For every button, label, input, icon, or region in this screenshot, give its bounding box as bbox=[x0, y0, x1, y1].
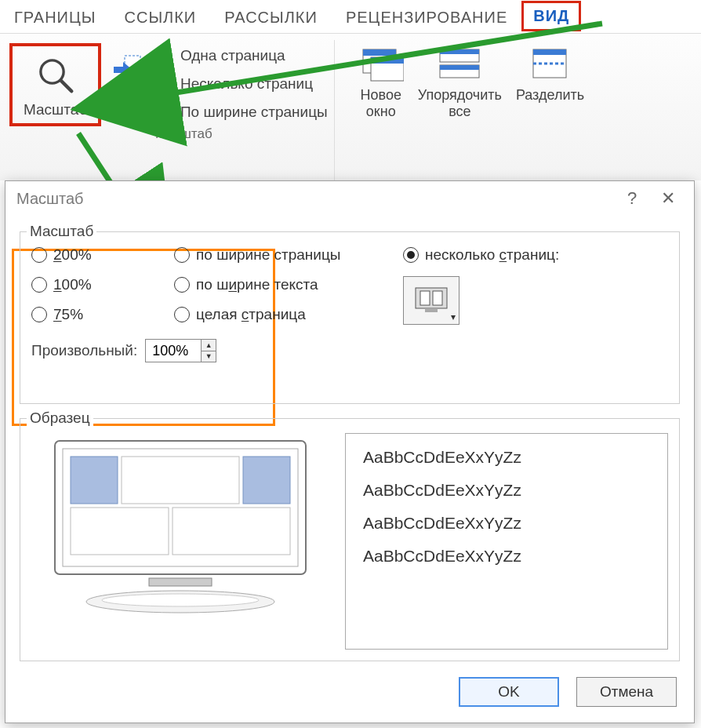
svg-rect-30 bbox=[122, 457, 239, 504]
page-width-label: По ширине страницы bbox=[180, 104, 328, 121]
dialog-titlebar: Масштаб ? ✕ bbox=[5, 181, 694, 216]
spinner-up[interactable]: ▲ bbox=[202, 340, 216, 351]
zoom-button-label: Масштаб bbox=[24, 101, 87, 118]
svg-rect-24 bbox=[420, 291, 430, 305]
svg-rect-33 bbox=[173, 508, 290, 555]
radio-whole-page[interactable]: целая страница bbox=[174, 306, 386, 323]
monitor-pages-icon bbox=[412, 285, 450, 316]
zoom-group-label: Масштаб bbox=[151, 122, 212, 142]
dialog-footer: OK Отмена bbox=[5, 666, 694, 723]
svg-rect-13 bbox=[371, 57, 404, 64]
page-width-icon bbox=[155, 103, 174, 122]
arrange-all-button[interactable]: Упорядочить все bbox=[418, 45, 502, 119]
svg-rect-17 bbox=[440, 65, 479, 70]
zoom-groupbox: Масштаб 200% 100% 75% по ширине страницы… bbox=[20, 231, 680, 404]
many-pages-picker[interactable] bbox=[403, 276, 459, 325]
tab-review[interactable]: РЕЦЕНЗИРОВАНИЕ bbox=[332, 2, 521, 33]
monitor-preview bbox=[31, 433, 329, 637]
custom-zoom-spinner[interactable]: ▲ ▼ bbox=[145, 339, 216, 362]
svg-rect-34 bbox=[149, 578, 212, 586]
svg-rect-31 bbox=[243, 457, 290, 504]
svg-rect-9 bbox=[160, 105, 169, 119]
tab-mailings[interactable]: РАССЫЛКИ bbox=[210, 2, 332, 33]
svg-rect-11 bbox=[363, 49, 396, 56]
svg-rect-25 bbox=[433, 291, 442, 305]
svg-rect-19 bbox=[533, 49, 566, 55]
ribbon-group-zoom: Масштаб 100% Одна страница Несколько стр… bbox=[0, 40, 335, 180]
custom-zoom-input[interactable] bbox=[146, 340, 201, 362]
svg-rect-8 bbox=[165, 78, 172, 90]
sample-line: AaBbCcDdEeXxYyZz bbox=[363, 514, 650, 533]
one-page-icon bbox=[155, 46, 174, 65]
arrange-all-label: Упорядочить все bbox=[418, 87, 502, 119]
one-page-label: Одна страница bbox=[180, 47, 285, 64]
svg-rect-15 bbox=[440, 49, 479, 54]
new-window-label: Новое окно bbox=[361, 87, 401, 119]
svg-rect-26 bbox=[425, 308, 438, 312]
cancel-button[interactable]: Отмена bbox=[576, 677, 677, 707]
several-pages-icon bbox=[155, 75, 174, 93]
sample-line: AaBbCcDdEeXxYyZz bbox=[363, 448, 650, 467]
sample-line: AaBbCcDdEeXxYyZz bbox=[363, 481, 650, 500]
new-window-button[interactable]: Новое окно bbox=[358, 45, 404, 119]
dialog-close-button[interactable]: ✕ bbox=[650, 183, 686, 214]
arrow-page-icon bbox=[111, 51, 143, 89]
sample-groupbox: Образец bbox=[20, 418, 680, 661]
zoom-groupbox-title: Масштаб bbox=[27, 223, 96, 240]
several-pages-button[interactable]: Несколько страниц bbox=[155, 75, 328, 93]
svg-rect-7 bbox=[158, 78, 164, 90]
spinner-down[interactable]: ▼ bbox=[202, 351, 216, 362]
split-label: Разделить bbox=[516, 87, 584, 104]
svg-rect-32 bbox=[71, 508, 169, 555]
dialog-title: Масштаб bbox=[16, 190, 84, 208]
zoom-button[interactable]: Масштаб bbox=[9, 43, 101, 126]
radio-many-pages[interactable]: несколько страниц: bbox=[403, 246, 559, 264]
radio-75[interactable]: 75% bbox=[31, 306, 157, 323]
new-window-icon bbox=[358, 45, 404, 82]
radio-200[interactable]: 200% bbox=[31, 246, 157, 264]
radio-page-width[interactable]: по ширине страницы bbox=[174, 246, 386, 264]
tab-references[interactable]: ССЫЛКИ bbox=[111, 2, 211, 33]
ribbon-group-window: Новое окно Упорядочить все Разделить bbox=[335, 40, 590, 180]
zoom-100-label: 100% bbox=[107, 95, 146, 112]
tab-page-layout[interactable]: ГРАНИЦЫ bbox=[0, 2, 111, 33]
ribbon-content: Масштаб 100% Одна страница Несколько стр… bbox=[0, 33, 701, 180]
arrange-all-icon bbox=[437, 45, 482, 82]
one-page-button[interactable]: Одна страница bbox=[155, 46, 328, 65]
tab-view[interactable]: ВИД bbox=[521, 1, 581, 31]
radio-text-width[interactable]: по ширине текста bbox=[174, 276, 386, 293]
zoom-100-button[interactable]: 100% bbox=[104, 43, 151, 112]
custom-zoom-label: Произвольный: bbox=[31, 342, 137, 359]
sample-line: AaBbCcDdEeXxYyZz bbox=[363, 547, 650, 566]
svg-line-1 bbox=[60, 81, 71, 92]
split-icon bbox=[527, 45, 572, 82]
svg-point-36 bbox=[102, 594, 259, 606]
split-button[interactable]: Разделить bbox=[516, 45, 584, 119]
ribbon-tabs: ГРАНИЦЫ ССЫЛКИ РАССЫЛКИ РЕЦЕНЗИРОВАНИЕ В… bbox=[0, 0, 701, 33]
radio-100[interactable]: 100% bbox=[31, 276, 157, 293]
magnifier-icon bbox=[35, 54, 77, 96]
svg-rect-29 bbox=[71, 457, 118, 504]
several-pages-label: Несколько страниц bbox=[180, 75, 313, 93]
zoom-dialog: Масштаб ? ✕ Масштаб 200% 100% 75% по шир… bbox=[5, 180, 695, 723]
svg-rect-3 bbox=[159, 49, 170, 63]
ok-button[interactable]: OK bbox=[459, 677, 559, 707]
dialog-help-button[interactable]: ? bbox=[614, 183, 650, 214]
sample-groupbox-title: Образец bbox=[27, 410, 93, 427]
page-width-button[interactable]: По ширине страницы bbox=[155, 103, 328, 122]
sample-text-box: AaBbCcDdEeXxYyZz AaBbCcDdEeXxYyZz AaBbCc… bbox=[345, 433, 668, 650]
